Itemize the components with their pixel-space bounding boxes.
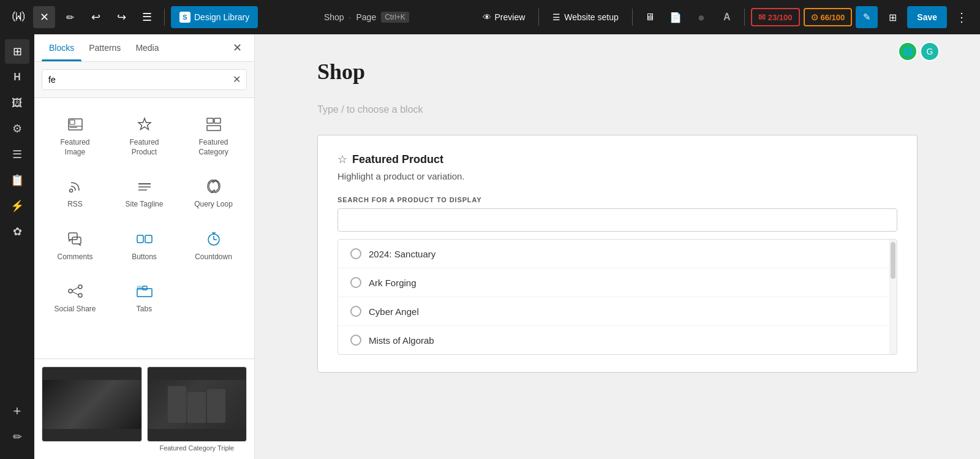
search-input[interactable] — [42, 69, 247, 90]
pencil-button[interactable]: ✏ — [59, 6, 81, 28]
thumbnail-2-image — [147, 366, 247, 442]
radio-sanctuary[interactable] — [350, 248, 361, 259]
thumbnail-2[interactable]: Featured Category Triple — [147, 366, 247, 452]
list-view-button[interactable]: ☰ — [136, 6, 158, 28]
ahrefs-button[interactable]: A — [716, 6, 738, 28]
redo-button[interactable]: ↪ — [110, 6, 132, 28]
seo-score-button[interactable]: ✉ 23/100 — [751, 8, 800, 26]
tab-patterns[interactable]: Patterns — [81, 34, 128, 61]
nav-media-button[interactable]: 🖼 — [5, 91, 29, 115]
editor-area: 🌐 G Shop Type / to choose a block ☆ Feat… — [255, 34, 980, 459]
radio-ark-forging[interactable] — [350, 277, 361, 288]
more-options-button[interactable]: ⋮ — [951, 6, 973, 28]
perf-score-value: 66/100 — [821, 13, 845, 22]
comments-icon — [68, 230, 83, 248]
sidebar-panel: Blocks Patterns Media ✕ ✕ — [34, 34, 255, 459]
undo-button[interactable]: ↩ — [85, 6, 107, 28]
search-clear-button[interactable]: ✕ — [230, 73, 243, 86]
block-item-featured-category[interactable]: FeaturedCategory — [180, 105, 247, 165]
dot-separator: · — [349, 12, 352, 22]
nav-flower-button[interactable]: ✿ — [5, 219, 29, 244]
divider-1 — [164, 9, 165, 26]
svg-rect-14 — [145, 235, 152, 243]
preview-button[interactable]: 👁 Preview — [475, 6, 533, 28]
block-item-featured-image[interactable]: FeaturedImage — [42, 105, 108, 165]
svg-line-24 — [72, 292, 78, 295]
list-item[interactable]: 2024: Sanctuary — [338, 240, 897, 268]
nav-settings-button[interactable]: ⚙ — [5, 116, 29, 141]
save-button[interactable]: Save — [907, 6, 947, 28]
design-library-icon: S — [179, 12, 190, 23]
nav-bolt-button[interactable]: ⚡ — [5, 194, 29, 218]
radio-cyber-angel[interactable] — [350, 306, 361, 317]
svg-rect-26 — [137, 286, 142, 290]
block-item-featured-product[interactable]: FeaturedProduct — [111, 105, 178, 165]
divider-2 — [538, 9, 539, 26]
editor-placeholder[interactable]: Type / to choose a block — [317, 99, 918, 120]
wordpress-logo-button[interactable]: 🄦 — [7, 6, 29, 28]
nav-document-button[interactable]: 📋 — [5, 168, 29, 192]
editor-inner: 🌐 G Shop Type / to choose a block ☆ Feat… — [281, 34, 954, 397]
list-item[interactable]: Mists of Algorab — [338, 326, 897, 354]
block-item-social-share[interactable]: Social Share — [42, 272, 108, 322]
website-setup-button[interactable]: ☰ Website setup — [545, 6, 625, 28]
close-button[interactable]: ✕ — [33, 6, 55, 28]
circle-button[interactable]: ● — [690, 6, 712, 28]
item-mists: Mists of Algorab — [369, 335, 434, 346]
nav-heading-button[interactable]: H — [5, 65, 29, 89]
view-toggle-button[interactable]: ⊞ — [881, 6, 903, 28]
design-library-button[interactable]: S Design Library — [171, 6, 258, 28]
svg-rect-5 — [214, 118, 221, 123]
svg-point-7 — [69, 189, 72, 192]
page-info-button[interactable]: Shop · Page Ctrl+K — [315, 6, 418, 28]
block-label-rss: RSS — [67, 200, 83, 210]
close-icon: ✕ — [40, 10, 49, 24]
nav-add-button[interactable]: + — [5, 399, 29, 423]
avatar-green[interactable]: 🌐 — [898, 42, 918, 61]
avatar-teal[interactable]: G — [920, 42, 940, 61]
block-label-countdown: Countdown — [195, 252, 232, 262]
page-title[interactable]: Shop — [317, 59, 918, 85]
perf-score-button[interactable]: ⊙ 66/100 — [804, 8, 853, 26]
featured-product-block: ☆ Featured Product Highlight a product o… — [317, 135, 918, 373]
sidebar-tabs: Blocks Patterns Media ✕ — [34, 34, 254, 62]
document-button[interactable]: 📄 — [665, 6, 687, 28]
block-label-buttons: Buttons — [132, 252, 157, 262]
tab-media[interactable]: Media — [128, 34, 166, 61]
block-item-rss[interactable]: RSS — [42, 167, 108, 218]
block-item-site-tagline[interactable]: Site Tagline — [111, 167, 178, 218]
edit-mode-button[interactable]: ✎ — [856, 6, 878, 28]
featured-category-icon — [206, 116, 221, 133]
tab-blocks[interactable]: Blocks — [42, 34, 81, 61]
site-tagline-icon — [137, 178, 152, 195]
list-item[interactable]: Ark Forging — [338, 268, 897, 297]
block-label-social-share: Social Share — [54, 305, 96, 314]
nav-blocks-button[interactable]: ⊞ — [5, 39, 29, 64]
svg-rect-6 — [207, 126, 221, 131]
block-label-tabs: Tabs — [137, 305, 152, 314]
block-label-featured-category: FeaturedCategory — [198, 138, 228, 157]
featured-product-search-input[interactable] — [337, 208, 897, 232]
view-toggle-icon: ⊞ — [889, 12, 897, 23]
thumbnail-1[interactable] — [42, 366, 142, 452]
list-item[interactable]: Cyber Angel — [338, 297, 897, 326]
tab-patterns-label: Patterns — [89, 43, 121, 53]
monitor-button[interactable]: 🖥 — [639, 6, 661, 28]
social-share-icon — [68, 283, 83, 300]
item-cyber-angel: Cyber Angel — [369, 306, 419, 317]
nav-list-button[interactable]: ☰ — [5, 142, 29, 167]
featured-product-star-icon: ☆ — [337, 153, 347, 166]
svg-rect-4 — [207, 118, 213, 123]
nav-edit-button[interactable]: ✏ — [5, 425, 29, 449]
main-area: ⊞ H 🖼 ⚙ ☰ 📋 ⚡ ✿ + ✏ — [0, 34, 980, 459]
nav-bottom: + ✏ — [5, 399, 29, 454]
block-item-countdown[interactable]: Countdown — [180, 220, 247, 270]
block-item-comments[interactable]: Comments — [42, 220, 108, 270]
block-item-tabs[interactable]: Tabs — [111, 272, 178, 322]
sidebar-close-button[interactable]: ✕ — [227, 38, 247, 58]
block-item-query-loop[interactable]: Query Loop — [180, 167, 247, 218]
svg-rect-11 — [69, 233, 77, 240]
radio-mists[interactable] — [350, 335, 361, 346]
block-item-buttons[interactable]: Buttons — [111, 220, 178, 270]
pencil-icon: ✏ — [66, 12, 74, 23]
